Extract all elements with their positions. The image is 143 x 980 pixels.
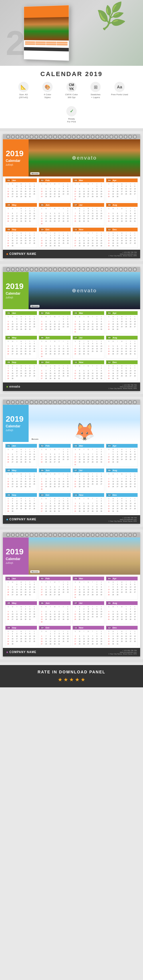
cal-header: 2019 Calendar Δd0q5 ⊕envato ⊕envato [3,139,140,177]
envato-watermark: ⊕envato [72,288,97,294]
day-cell: 1 [95,450,99,453]
day-label: W [52,498,57,500]
day-label: F [61,183,65,185]
day-empty [86,318,91,320]
cal-title-text: Calendar [6,291,26,296]
day-cell: 1 [95,234,99,237]
day-cell: 6 [99,342,103,345]
spiral-loop [77,135,80,139]
day-cell: 13 [10,456,14,458]
day-cell: 9 [24,453,28,456]
day-cell: 22 [61,591,65,593]
day-cell: 31 [133,220,137,223]
day-cell: 13 [52,323,57,326]
day-label: F [129,448,133,450]
day-cell: 3 [57,367,61,369]
month-name: Oct [46,228,49,231]
spiral-loop [100,267,104,272]
day-cell: 23 [24,458,28,461]
day-cell: 29 [124,220,128,223]
day-label: S [65,473,70,475]
spiral-loop [86,135,89,139]
day-cell: 14 [61,613,65,616]
day-cell: 12 [82,323,86,326]
day-cell: 13 [28,502,32,505]
day-cell: 5 [65,632,70,635]
day-cell: 16 [24,456,28,458]
day-empty [82,234,86,237]
day-cell: 25 [119,242,124,245]
day-cell: 7 [91,369,95,372]
day-cell: 4 [44,188,48,190]
day-label: S [6,448,10,450]
day-cell: 22 [6,640,10,643]
day-cell: 12 [6,589,10,591]
day-cell: 12 [6,613,10,616]
cal-title-text: Calendar [6,557,26,561]
day-cell: 8 [95,502,99,505]
day-cell: 10 [44,613,48,616]
day-label: T [14,232,19,234]
day-cell: 5 [129,185,133,188]
day-cell: 12 [82,239,86,242]
day-label: T [48,581,52,583]
month-days: SMTWTFS 12345678910111213141516171819202… [39,497,70,513]
day-empty [52,608,57,611]
days-header: SMTWTFS [40,315,70,318]
spiral-loop [124,533,127,537]
day-label: S [73,606,78,608]
day-cell: 1 [95,318,99,320]
day-cell: 1 [111,185,115,188]
day-cell: 22 [6,375,10,377]
day-cell: 13 [10,323,14,326]
footer-addr: 1 Your City Name, Street Name, 0PR [108,388,137,389]
day-empty [52,450,57,453]
day-cell: 29 [48,643,52,645]
month-header: 04 Apr [106,577,138,581]
day-label: S [40,630,44,632]
day-label: W [52,207,57,210]
day-cell: 2 [24,210,28,212]
day-cell: 2 [115,450,119,453]
spiral-loop [114,267,118,272]
day-cell: 9 [24,586,28,589]
spiral-loop [95,135,99,139]
day-cell: 26 [95,616,99,618]
spiral-loop [129,533,132,537]
day-cell: 15 [111,589,115,591]
day-cell: 28 [119,220,124,223]
spiral-loop [114,400,118,404]
day-cell: 22 [124,483,128,485]
day-label: W [119,606,124,608]
day-cell: 17 [40,326,44,328]
day-empty [10,475,14,478]
day-cell: 13 [115,215,119,217]
day-cell: 20 [52,458,57,461]
spiral-loop [129,135,132,139]
cal-title-text: Calendar [6,424,26,428]
day-label: S [106,232,111,234]
day-label: S [99,448,103,450]
day-cell: 12 [6,348,10,350]
day-cell: 22 [19,483,24,485]
day-empty [48,318,52,320]
day-cell: 31 [57,377,61,380]
days-grid: 1234567891011121314151617181920212223242… [106,475,137,488]
month-days: SMTWTFS 12345678910111213141516171819202… [106,207,138,223]
day-cell: 17 [28,348,32,350]
day-cell: 17 [57,638,61,640]
day-cell: 18 [119,372,124,375]
day-cell: 19 [82,326,86,328]
day-cell: 27 [10,220,14,223]
day-cell: 13 [40,372,44,375]
day-cell: 2 [129,210,133,212]
day-cell: 24 [119,193,124,196]
day-label: T [48,606,52,608]
day-cell: 26 [129,458,133,461]
month-block: 12 Dec SMTWTFS12345678910111213141516171… [106,625,138,646]
day-cell: 17 [115,372,119,375]
day-cell: 7 [57,320,61,323]
day-label: T [124,183,128,185]
day-cell: 22 [106,242,111,245]
day-label: T [48,207,52,210]
